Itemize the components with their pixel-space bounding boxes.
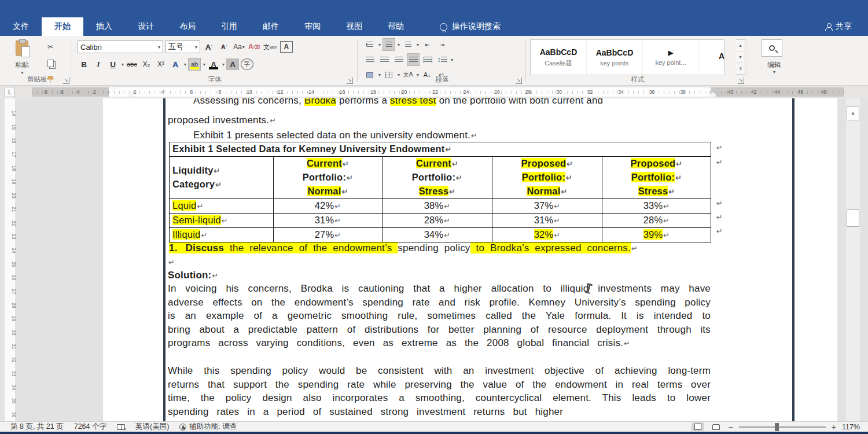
styles-scroll-up[interactable]: ▲: [736, 40, 745, 52]
tell-me-search[interactable]: 操作说明搜索: [440, 17, 501, 36]
align-right-button[interactable]: [392, 53, 405, 66]
increase-indent-button[interactable]: ⇥: [435, 38, 448, 51]
scroll-up-button[interactable]: ▲: [847, 106, 859, 120]
underline-button[interactable]: U: [106, 58, 119, 71]
proofing-status[interactable]: [117, 424, 125, 430]
tab-help[interactable]: 帮助: [375, 17, 417, 36]
superscript-button[interactable]: X²: [155, 58, 167, 71]
share-button[interactable]: 共享: [825, 17, 868, 36]
styles-gallery-more[interactable]: ⊽: [736, 63, 745, 75]
paste-button[interactable]: 粘贴 ▾: [15, 41, 29, 75]
tab-file[interactable]: 文件: [0, 17, 42, 36]
enclose-characters-button[interactable]: 字: [241, 58, 253, 70]
exhibit-table[interactable]: Exhibit 1 Selected Data for Kemney Unive…: [169, 142, 711, 242]
zoom-level[interactable]: 117%: [842, 423, 860, 431]
accessibility-status[interactable]: 辅助功能: 调查: [179, 422, 237, 432]
change-case-button[interactable]: Aa▾: [233, 41, 245, 53]
align-center-button[interactable]: [378, 53, 391, 66]
pilcrow-mark: ↵: [470, 131, 477, 140]
decrease-indent-button[interactable]: ⇤: [421, 38, 433, 51]
multilevel-list-button[interactable]: [402, 38, 414, 51]
style-key-point-2[interactable]: ▶ key point...: [643, 40, 699, 75]
numbering-button[interactable]: [382, 38, 395, 51]
shrink-font-button[interactable]: Aˇ: [218, 41, 230, 53]
copy-button[interactable]: [44, 57, 57, 69]
header-current-stress: Current↵Portfolio:↵Stress↵: [382, 157, 492, 199]
subscript-button[interactable]: X₂: [140, 58, 153, 71]
header-current-normal: Current↵Portfolio:↵Normal↵: [274, 157, 382, 199]
clipboard-dialog-launcher[interactable]: ↘: [63, 78, 69, 84]
horizontal-ruler[interactable]: 8642 2468101214161820222426283032343638 …: [32, 87, 844, 97]
proofing-icon: [117, 424, 125, 430]
distribute-button[interactable]: [421, 53, 434, 66]
group-clipboard: 粘贴 ▾ ✂ 剪贴板 ↘: [5, 36, 69, 85]
find-button[interactable]: [762, 39, 782, 57]
accessibility-icon: [179, 424, 186, 431]
word-count[interactable]: 7264 个字: [74, 422, 106, 432]
align-left-button[interactable]: [363, 53, 376, 66]
solution-paragraph-1: In voicing his concerns, Brodka is cauti…: [168, 282, 711, 351]
line-spacing-dropdown[interactable]: ▾: [451, 57, 453, 62]
paste-dropdown[interactable]: ▾: [16, 70, 29, 75]
tab-view[interactable]: 视图: [333, 17, 375, 36]
tab-design[interactable]: 设计: [125, 17, 167, 36]
solution-label: Solution:↵: [168, 269, 219, 283]
tab-home[interactable]: 开始: [42, 17, 83, 36]
tab-selector[interactable]: L: [5, 87, 15, 97]
font-name-select[interactable]: Calibri▾: [78, 41, 163, 53]
font-color-dropdown[interactable]: ▾: [222, 62, 225, 67]
phonetic-guide-button[interactable]: 文wén: [263, 41, 278, 53]
bullets-button[interactable]: [363, 38, 376, 51]
paragraph-dialog-launcher[interactable]: ↘: [516, 78, 522, 84]
styles-scroll-down[interactable]: ▼: [736, 52, 745, 63]
zoom-slider[interactable]: [739, 426, 826, 428]
bold-button[interactable]: B: [78, 58, 90, 71]
font-size-value: 五号: [168, 42, 183, 52]
font-size-select[interactable]: 五号▾: [165, 41, 200, 53]
scrollbar-thumb[interactable]: [847, 209, 859, 227]
underline-dropdown[interactable]: ▾: [122, 62, 124, 67]
numbering-dropdown[interactable]: ▾: [398, 42, 400, 47]
styles-dialog-launcher[interactable]: ↘: [738, 78, 744, 84]
text-effects-button[interactable]: A: [169, 58, 182, 71]
zoom-slider-thumb[interactable]: [775, 423, 779, 431]
grow-font-button[interactable]: Aˆ: [203, 41, 215, 53]
tab-review[interactable]: 审阅: [292, 17, 333, 36]
editing-dropdown[interactable]: ▾: [751, 69, 797, 75]
style-key-points[interactable]: AaBbCcD key points: [587, 40, 643, 75]
character-border-button[interactable]: A: [280, 41, 293, 53]
style-case-title[interactable]: AaBbCcD Case标题: [531, 40, 587, 75]
vertical-scrollbar[interactable]: ▲: [846, 98, 860, 421]
highlight-button[interactable]: ab: [188, 58, 201, 71]
web-layout-view-button[interactable]: [710, 422, 723, 431]
character-shading-button[interactable]: A: [226, 58, 239, 70]
language-indicator[interactable]: 英语(美国): [135, 422, 169, 432]
copy-icon: [47, 60, 54, 67]
document-page[interactable]: Assessing his concerns, Brodka performs …: [103, 98, 837, 421]
justify-button[interactable]: [407, 53, 420, 66]
clear-formatting-button[interactable]: A⌫: [248, 41, 260, 53]
document-area: 1415161718192021222324252627282930313233…: [0, 98, 868, 421]
row-end-mark: ↵: [716, 144, 723, 152]
row-end-mark: ↵: [716, 213, 723, 222]
highlight-dropdown[interactable]: ▾: [203, 62, 205, 67]
line-spacing-button[interactable]: ↕: [436, 53, 448, 66]
italic-button[interactable]: I: [92, 58, 105, 71]
vertical-ruler[interactable]: 1415161718192021222324252627282930313233…: [5, 98, 15, 421]
style-partial[interactable]: AaB: [699, 40, 724, 75]
tab-insert[interactable]: 插入: [83, 17, 125, 36]
clipboard-group-label: 剪贴板: [5, 75, 69, 84]
paragraph-group-label: 段落: [361, 75, 523, 84]
font-color-button[interactable]: A: [207, 58, 220, 71]
tab-layout[interactable]: 布局: [167, 17, 208, 36]
cut-button[interactable]: ✂: [44, 41, 57, 53]
ruler-right-margin: 4042444648: [711, 87, 844, 97]
strikethrough-button[interactable]: abc: [126, 58, 138, 71]
font-dialog-launcher[interactable]: ↘: [347, 78, 353, 84]
print-layout-view-button[interactable]: [692, 422, 704, 431]
page-indicator[interactable]: 第 8 页, 共 21 页: [10, 422, 64, 432]
zoom-out-button[interactable]: −: [729, 422, 733, 432]
zoom-in-button[interactable]: +: [832, 422, 836, 432]
tab-mailings[interactable]: 邮件: [250, 17, 292, 36]
tab-references[interactable]: 引用: [208, 17, 250, 36]
